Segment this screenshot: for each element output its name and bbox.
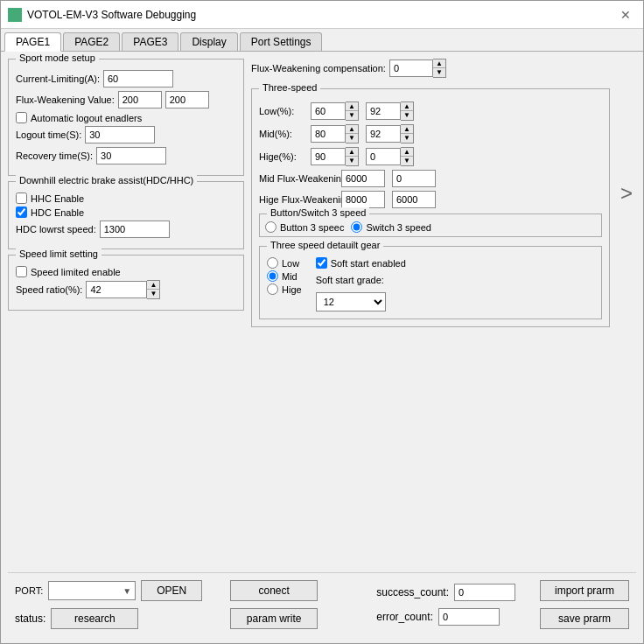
import-button[interactable]: import prarm (540, 580, 629, 601)
error-count-input[interactable] (438, 608, 500, 626)
content-area: Sport mode setup Current-Limiting(A): Fl… (1, 52, 643, 643)
gear-mid-label: Mid (282, 271, 298, 282)
current-limiting-input[interactable] (103, 70, 173, 88)
close-button[interactable]: ✕ (615, 6, 636, 24)
import-save-section: import prarm save prarm (540, 580, 629, 629)
mid-spin2: ▲ ▼ (366, 124, 414, 144)
low-down1[interactable]: ▼ (346, 111, 358, 120)
gear-low-row: Low (267, 257, 302, 269)
open-button[interactable]: OPEN (141, 580, 202, 601)
low-spinbtns1: ▲ ▼ (346, 102, 359, 121)
hdc-row: HDC Enable (16, 206, 236, 218)
logout-time-row: Logout time(S): (16, 126, 236, 144)
logout-time-input[interactable] (85, 126, 155, 144)
main-window: VOTOL-EM-V3 Software Debugging ✕ PAGE1 P… (0, 0, 644, 644)
mid-input2[interactable] (366, 125, 401, 143)
research-button[interactable]: research (51, 608, 138, 629)
button-3speed-row: Button 3 speec (265, 221, 344, 233)
hhc-checkbox[interactable] (16, 192, 27, 204)
success-count-input[interactable] (454, 584, 515, 601)
recovery-time-label: Recovery time(S): (16, 150, 93, 161)
switch-3speed-radio[interactable] (351, 221, 362, 233)
mid-input1[interactable] (311, 125, 346, 143)
hige-flux-input1[interactable] (341, 191, 385, 208)
hige-spin1: ▲ ▼ (311, 147, 359, 166)
soft-start-grade-select[interactable]: 12 8 16 20 (316, 292, 386, 312)
flux-comp-down[interactable]: ▼ (433, 68, 445, 77)
flux-weakening-input2[interactable] (165, 91, 209, 108)
speed-ratio-row: Speed ratio(%): ▲ ▼ (16, 280, 236, 299)
speed-ratio-up[interactable]: ▲ (147, 281, 159, 290)
flux-comp-spinbtns: ▲ ▼ (433, 59, 446, 78)
speed-ratio-spinbtns: ▲ ▼ (147, 280, 160, 299)
mid-down1[interactable]: ▼ (346, 134, 358, 143)
save-button[interactable]: save prarm (540, 608, 629, 629)
gear-low-radio[interactable] (267, 257, 278, 269)
mid-up1[interactable]: ▲ (346, 125, 358, 134)
hige-flux-input2[interactable] (392, 191, 436, 208)
error-count-row: error_count: (376, 608, 515, 626)
recovery-time-input[interactable] (96, 147, 166, 164)
low-spinbtns2: ▲ ▼ (401, 102, 414, 121)
status-label: status: (15, 612, 46, 625)
flux-comp-up[interactable]: ▲ (433, 60, 445, 68)
hige-down1[interactable]: ▼ (346, 157, 358, 165)
hige-spinbtns1: ▲ ▼ (346, 147, 359, 166)
param-write-button[interactable]: param write (230, 608, 318, 629)
mid-flux-input2[interactable] (392, 170, 436, 187)
button-3speed-radio[interactable] (265, 221, 276, 233)
port-dropdown[interactable]: ▼ (48, 581, 136, 600)
hdc-lowrst-label: HDC lowrst speed: (16, 224, 96, 234)
hdc-lowrst-row: HDC lowrst speed: (16, 220, 236, 238)
switch-3speed-row: Switch 3 speed (351, 221, 431, 233)
low-input1[interactable] (311, 102, 346, 120)
low-up2[interactable]: ▲ (401, 102, 413, 111)
flux-comp-input[interactable] (389, 60, 433, 77)
sport-mode-title: Sport mode setup (16, 52, 99, 63)
low-input2[interactable] (366, 102, 401, 120)
hdc-checkbox[interactable] (16, 206, 27, 218)
connect-button[interactable]: conect (230, 580, 318, 601)
downhill-title: Downhill electric brake assist(HDC/HHC) (16, 175, 197, 186)
low-down2[interactable]: ▼ (401, 111, 413, 120)
success-count-row: success_count: (376, 584, 515, 601)
gear-hige-row: Hige (267, 284, 302, 295)
speed-ratio-input[interactable] (86, 281, 147, 298)
gear-hige-radio[interactable] (267, 284, 278, 295)
arrow-right-button[interactable]: > (617, 181, 636, 206)
speed-ratio-down[interactable]: ▼ (147, 290, 159, 298)
hige-input2[interactable] (366, 148, 401, 165)
mid-flux-input1[interactable] (341, 170, 385, 187)
tab-display[interactable]: Display (180, 32, 237, 51)
recovery-time-row: Recovery time(S): (16, 147, 236, 164)
mid-down2[interactable]: ▼ (401, 134, 413, 143)
left-panel: Sport mode setup Current-Limiting(A): Fl… (8, 59, 244, 327)
button-switch-title: Button/Switch 3 speed (267, 207, 369, 218)
port-label: PORT: (15, 585, 43, 596)
speed-limited-checkbox[interactable] (16, 266, 27, 277)
auto-logout-checkbox[interactable] (16, 112, 27, 123)
tab-page2[interactable]: PAGE2 (63, 32, 120, 51)
mid-spinbtns1: ▲ ▼ (346, 124, 359, 144)
low-up1[interactable]: ▲ (346, 102, 358, 111)
tab-page1[interactable]: PAGE1 (4, 32, 61, 52)
tab-port-settings[interactable]: Port Settings (240, 32, 323, 51)
three-speed-group: Three-speed Low(%): ▲ ▼ (251, 88, 610, 327)
flux-comp-label: Flux-Weakening compensation: (251, 63, 386, 74)
tab-page3[interactable]: PAGE3 (122, 32, 178, 51)
soft-start-checkbox[interactable] (316, 257, 327, 269)
flux-weakening-input1[interactable] (118, 91, 162, 108)
hdc-lowrst-input[interactable] (100, 220, 170, 238)
soft-start-grade-label: Soft start grade: (316, 275, 384, 285)
speed-ratio-label: Speed ratio(%): (16, 284, 82, 295)
error-count-label: error_count: (376, 611, 433, 623)
mid-spinbtns2: ▲ ▼ (401, 124, 414, 144)
hige-up1[interactable]: ▲ (346, 148, 358, 157)
hige-input1[interactable] (311, 148, 346, 165)
sport-mode-group: Sport mode setup Current-Limiting(A): Fl… (8, 59, 244, 176)
flux-weakening-row: Flux-Weakening Value: (16, 91, 236, 108)
mid-up2[interactable]: ▲ (401, 125, 413, 134)
hige-down2[interactable]: ▼ (401, 157, 413, 165)
hige-up2[interactable]: ▲ (401, 148, 413, 157)
gear-mid-radio[interactable] (267, 270, 278, 282)
